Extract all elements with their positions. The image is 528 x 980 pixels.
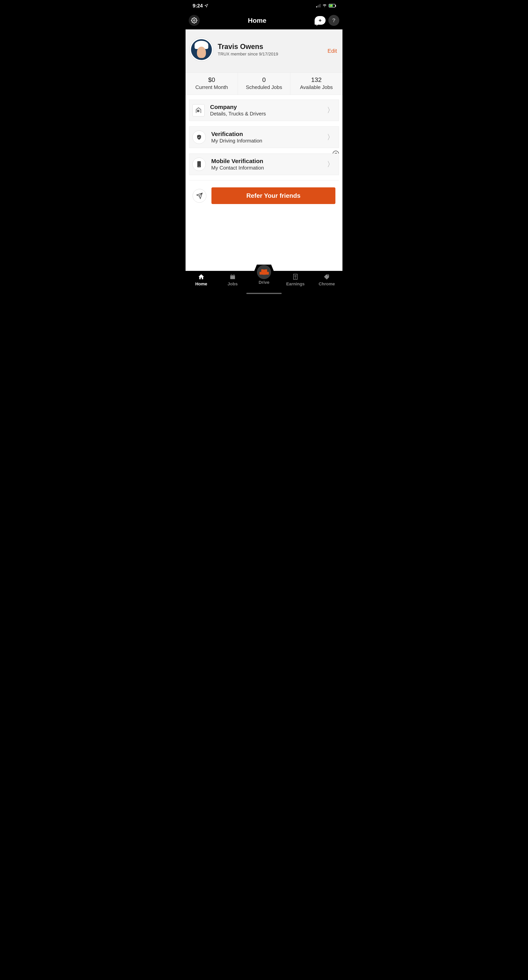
app-header: Home + ? — [185, 11, 343, 29]
stat-value: 0 — [238, 76, 290, 83]
content-area: Travis Owens TRUX member since 9/17/2019… — [185, 29, 343, 296]
chevron-right-icon: 〉 — [327, 105, 334, 115]
home-indicator[interactable] — [246, 293, 282, 294]
profile-text: Travis Owens TRUX member since 9/17/2019 — [218, 43, 278, 57]
profile-section: Travis Owens TRUX member since 9/17/2019… — [185, 29, 343, 73]
drive-logo-icon: ▟█▙ — [260, 269, 268, 275]
menu-title: Mobile Verification — [211, 158, 264, 164]
svg-rect-8 — [230, 275, 235, 276]
menu-subtitle: Details, Trucks & Drivers — [210, 111, 266, 117]
status-right-group: ⚡ — [316, 3, 335, 9]
stat-label: Current Month — [185, 84, 238, 91]
tab-bar: Home Jobs ▟█▙ Drive — [185, 271, 343, 296]
location-arrow-icon — [204, 4, 208, 8]
svg-rect-2 — [197, 111, 198, 112]
refer-row: Refer Your friends — [185, 180, 343, 204]
menu-subtitle: My Contact Information — [211, 165, 264, 171]
tab-jobs[interactable]: Jobs — [217, 273, 248, 286]
stat-value: 132 — [290, 76, 343, 83]
avatar-image — [191, 39, 212, 60]
tab-label: Earnings — [286, 282, 305, 286]
svg-rect-1 — [197, 110, 198, 111]
phone-icon — [192, 158, 206, 171]
svg-rect-9 — [231, 274, 231, 275]
tab-label: Home — [195, 282, 207, 286]
home-icon — [198, 273, 204, 281]
wifi-icon — [322, 3, 327, 9]
tab-chrome[interactable]: Chrome — [311, 273, 343, 286]
status-time: 9:24 — [193, 3, 203, 9]
refer-friends-button[interactable]: Refer Your friends — [211, 188, 335, 204]
profile-name: Travis Owens — [218, 43, 278, 51]
stat-value: $0 — [185, 76, 238, 83]
paper-plane-icon — [193, 189, 206, 203]
cellular-signal-icon — [316, 4, 321, 8]
stat-available-jobs[interactable]: 132 Available Jobs — [290, 73, 343, 95]
tab-label: Jobs — [228, 282, 238, 286]
page-title: Home — [248, 17, 266, 24]
tab-label: Chrome — [319, 282, 335, 286]
chevron-right-icon: 〉 — [327, 159, 334, 169]
avatar-container[interactable] — [190, 38, 214, 62]
tag-icon — [324, 273, 330, 281]
menu-item-verification[interactable]: Verification My Driving Information 〉 — [189, 126, 339, 148]
calendar-icon — [230, 273, 236, 281]
chevron-right-icon: 〉 — [327, 132, 334, 142]
menu-subtitle: My Driving Information — [211, 138, 262, 144]
svg-rect-3 — [198, 110, 199, 111]
tab-home[interactable]: Home — [185, 273, 217, 286]
shield-check-icon — [192, 130, 206, 144]
stat-label: Available Jobs — [290, 84, 343, 91]
status-time-group: 9:24 — [193, 3, 208, 9]
tab-label: Drive — [258, 280, 269, 285]
svg-point-0 — [193, 20, 195, 21]
status-bar: 9:24 ⚡ — [185, 0, 343, 11]
plus-icon: + — [319, 18, 321, 24]
svg-rect-10 — [234, 274, 234, 275]
stat-scheduled-jobs[interactable]: 0 Scheduled Jobs — [238, 73, 290, 95]
stats-row: $0 Current Month 0 Scheduled Jobs 132 Av… — [185, 73, 343, 95]
help-button[interactable]: ? — [328, 15, 339, 26]
receipt-icon — [292, 273, 298, 281]
settings-button[interactable] — [189, 15, 200, 26]
menu-title: Verification — [211, 131, 262, 137]
member-since: TRUX member since 9/17/2019 — [218, 51, 278, 57]
stat-label: Scheduled Jobs — [238, 84, 290, 91]
stat-current-month[interactable]: $0 Current Month — [185, 73, 238, 95]
gear-icon — [191, 17, 197, 24]
chat-button[interactable]: + — [314, 16, 325, 25]
question-icon: ? — [332, 17, 335, 24]
battery-icon: ⚡ — [329, 4, 335, 8]
svg-rect-4 — [198, 111, 199, 112]
drive-button-circle: ▟█▙ — [257, 265, 271, 279]
menu-item-mobile-verification[interactable]: Mobile Verification My Contact Informati… — [189, 153, 339, 175]
menu-item-company[interactable]: Company Details, Trucks & Drivers 〉 — [189, 100, 339, 121]
tab-earnings[interactable]: Earnings — [280, 273, 311, 286]
svg-point-6 — [199, 166, 199, 167]
building-icon — [192, 104, 204, 116]
menu-title: Company — [210, 104, 266, 110]
tab-bar-container: Home Jobs ▟█▙ Drive — [185, 271, 343, 296]
menu-section: Company Details, Trucks & Drivers 〉 Veri… — [185, 95, 343, 180]
phone-frame: 9:24 ⚡ Home + ? — [185, 0, 343, 296]
edit-profile-link[interactable]: Edit — [327, 48, 337, 54]
